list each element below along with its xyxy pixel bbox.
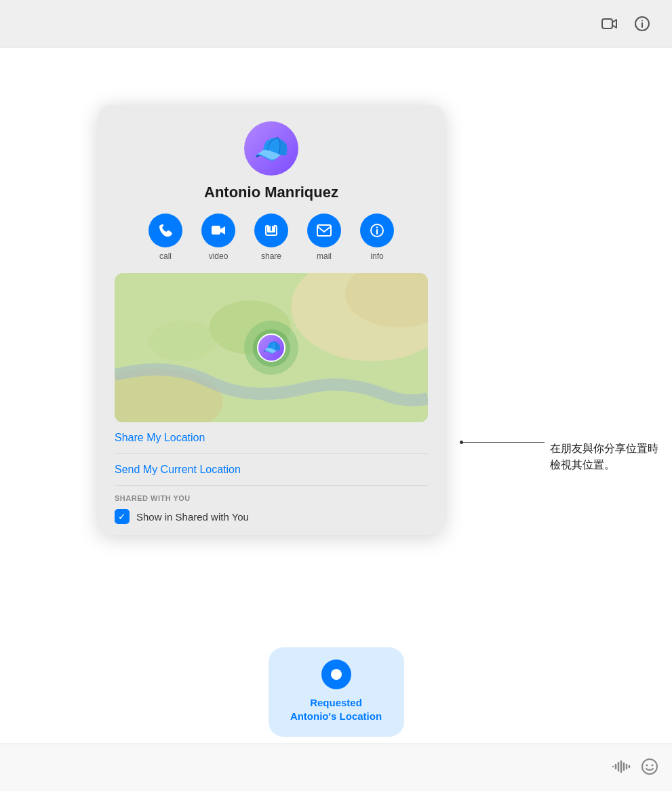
share-button[interactable]: share: [254, 214, 288, 261]
emoji-button[interactable]: [641, 758, 658, 778]
emoji-icon: [641, 758, 658, 775]
svg-point-29: [652, 764, 654, 766]
chat-area: 🧢 Antonio Manriquez call: [0, 47, 672, 791]
svg-point-9: [376, 226, 378, 228]
video-label: video: [209, 251, 229, 261]
map-background: 🧢: [115, 273, 428, 422]
shared-with-you-section: SHARED WITH YOU ✓ Show in Shared with Yo…: [115, 486, 428, 524]
annotation-text: 在朋友與你分享位置時檢視其位置。: [550, 441, 658, 473]
location-bubble-line1: Requested: [310, 697, 362, 708]
action-buttons-row: call video: [115, 214, 428, 261]
location-request-bubble: Requested Antonio's Location: [269, 647, 404, 737]
info-action-button[interactable]: info: [360, 214, 394, 261]
waveform-icon: [612, 760, 631, 773]
map-pin: 🧢: [257, 333, 285, 362]
contact-popover: 🧢 Antonio Manriquez call: [98, 105, 444, 535]
info-action-icon: [360, 214, 394, 247]
svg-point-3: [641, 20, 643, 21]
mail-icon: [307, 214, 341, 247]
avatar: 🧢: [244, 121, 298, 176]
top-bar: [0, 0, 672, 47]
video-button[interactable]: video: [201, 214, 235, 261]
call-icon: [149, 214, 182, 247]
call-label: call: [159, 251, 172, 261]
annotation: 在朋友與你分享位置時檢視其位置。: [460, 441, 658, 473]
svg-point-27: [642, 759, 657, 774]
contact-name: Antonio Manriquez: [204, 184, 338, 201]
location-bubble-text: Requested Antonio's Location: [290, 696, 382, 724]
share-label: share: [261, 251, 281, 261]
video-call-button[interactable]: [600, 14, 619, 33]
share-my-location-label: Share My Location: [115, 432, 205, 443]
send-current-location-label: Send My Current Location: [115, 464, 241, 475]
input-bar: [0, 744, 672, 791]
toggle-checkbox-icon[interactable]: ✓: [115, 509, 130, 524]
svg-rect-4: [212, 226, 220, 235]
svg-point-28: [646, 764, 648, 766]
waveform-button[interactable]: [612, 760, 631, 776]
location-dot-icon: [321, 660, 351, 689]
video-icon: [201, 214, 235, 247]
shared-section-label: SHARED WITH YOU: [115, 494, 428, 502]
svg-rect-0: [602, 19, 612, 28]
map-pin-avatar: 🧢: [257, 333, 285, 362]
location-bubble-line2: Antonio's Location: [290, 710, 382, 722]
info-label: info: [370, 251, 383, 261]
share-my-location-button[interactable]: Share My Location: [115, 422, 428, 454]
toggle-label: Show in Shared with You: [136, 511, 249, 523]
mail-button[interactable]: mail: [307, 214, 341, 261]
shared-toggle-row[interactable]: ✓ Show in Shared with You: [115, 509, 428, 524]
svg-rect-7: [317, 225, 331, 236]
info-button[interactable]: [633, 14, 652, 33]
send-current-location-button[interactable]: Send My Current Location: [115, 454, 428, 486]
annotation-line-container: [460, 441, 545, 444]
mail-label: mail: [317, 251, 332, 261]
avatar-area: 🧢 Antonio Manriquez: [115, 121, 428, 201]
annotation-line: [463, 442, 545, 443]
call-button[interactable]: call: [149, 214, 182, 261]
share-icon: [254, 214, 288, 247]
svg-point-16: [149, 321, 216, 361]
map-container[interactable]: 🧢 Three Rivers, CA Live 8 hr 11 min: [115, 273, 428, 422]
